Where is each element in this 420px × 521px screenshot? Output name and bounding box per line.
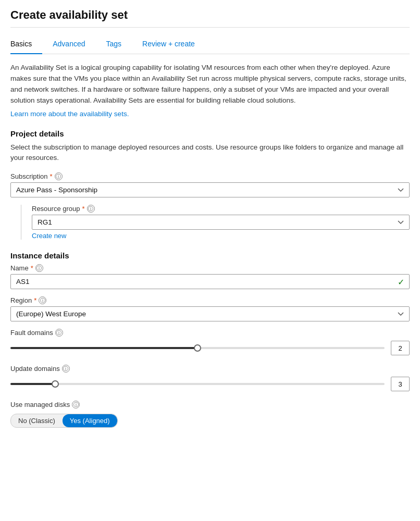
page-title: Create availability set <box>10 8 410 28</box>
name-label: Name * ⓘ <box>10 264 410 272</box>
managed-disks-label: Use managed disks ⓘ <box>10 401 410 408</box>
fault-domains-slider-row: 2 <box>10 341 410 355</box>
subscription-field: Subscription * ⓘ Azure Pass - Sponsorshi… <box>10 172 410 197</box>
create-new-link[interactable]: Create new <box>32 232 66 240</box>
region-required: * <box>34 296 36 304</box>
subscription-required: * <box>50 172 53 180</box>
fault-domains-track <box>10 347 385 349</box>
update-domains-slider-row: 3 <box>10 377 410 391</box>
tab-advanced[interactable]: Advanced <box>42 34 95 54</box>
fault-domains-info-icon: ⓘ <box>55 329 63 337</box>
project-details-title: Project details <box>10 129 410 138</box>
resource-group-select[interactable]: RG1 <box>32 215 410 230</box>
update-domains-info-icon: ⓘ <box>62 365 70 373</box>
project-details-description: Select the subscription to manage deploy… <box>10 142 410 164</box>
tab-review-create[interactable]: Review + create <box>132 34 205 54</box>
resource-group-block: Resource group * ⓘ RG1 Create new <box>21 205 410 240</box>
managed-disks-info-icon: ⓘ <box>72 401 80 408</box>
region-field: Region * ⓘ (Europe) West Europe <box>10 296 410 321</box>
fault-domains-label: Fault domains ⓘ <box>10 329 410 337</box>
fault-domains-thumb[interactable] <box>194 344 201 352</box>
intro-description: An Availability Set is a logical groupin… <box>10 63 410 106</box>
update-domains-track <box>10 383 385 385</box>
subscription-select[interactable]: Azure Pass - Sponsorship <box>10 182 410 197</box>
learn-more-link[interactable]: Learn more about the availability sets. <box>10 110 129 118</box>
name-valid-icon: ✓ <box>398 277 404 287</box>
region-select[interactable]: (Europe) West Europe <box>10 306 410 321</box>
name-required: * <box>31 264 33 272</box>
resource-group-info-icon: ⓘ <box>87 205 95 213</box>
managed-disks-section: Use managed disks ⓘ No (Classic) Yes (Al… <box>10 401 410 428</box>
name-input-wrapper: ✓ <box>10 274 410 289</box>
fault-domains-group: Fault domains ⓘ 2 <box>10 329 410 355</box>
update-domains-group: Update domains ⓘ 3 <box>10 365 410 391</box>
fault-domains-fill <box>10 347 197 349</box>
managed-disks-option-no[interactable]: No (Classic) <box>11 414 63 427</box>
update-domains-label: Update domains ⓘ <box>10 365 410 373</box>
tabs-bar: Basics Advanced Tags Review + create <box>10 34 410 54</box>
subscription-info-icon: ⓘ <box>55 172 63 180</box>
update-domains-thumb[interactable] <box>52 380 59 388</box>
name-field: Name * ⓘ ✓ <box>10 264 410 289</box>
tab-tags[interactable]: Tags <box>96 34 132 54</box>
resource-group-field: Resource group * ⓘ RG1 Create new <box>32 205 410 240</box>
resource-group-label: Resource group * ⓘ <box>32 205 410 213</box>
instance-details-title: Instance details <box>10 251 410 260</box>
region-label: Region * ⓘ <box>10 296 410 304</box>
managed-disks-toggle: No (Classic) Yes (Aligned) <box>10 414 118 428</box>
tab-basics[interactable]: Basics <box>10 34 42 54</box>
subscription-label: Subscription * ⓘ <box>10 172 410 180</box>
name-info-icon: ⓘ <box>35 264 43 272</box>
update-domains-value: 3 <box>391 377 410 391</box>
name-input[interactable] <box>10 274 410 289</box>
update-domains-fill <box>10 383 55 385</box>
managed-disks-option-yes[interactable]: Yes (Aligned) <box>63 414 117 427</box>
resource-group-required: * <box>82 205 85 213</box>
region-info-icon: ⓘ <box>39 296 46 304</box>
fault-domains-value: 2 <box>391 341 410 355</box>
